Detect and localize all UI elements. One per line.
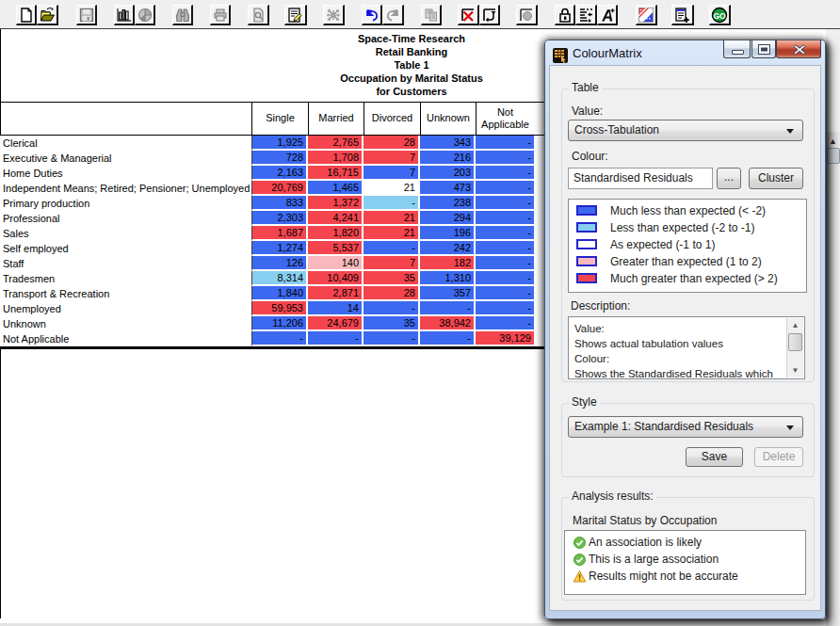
svg-text:GO: GO	[713, 11, 726, 21]
